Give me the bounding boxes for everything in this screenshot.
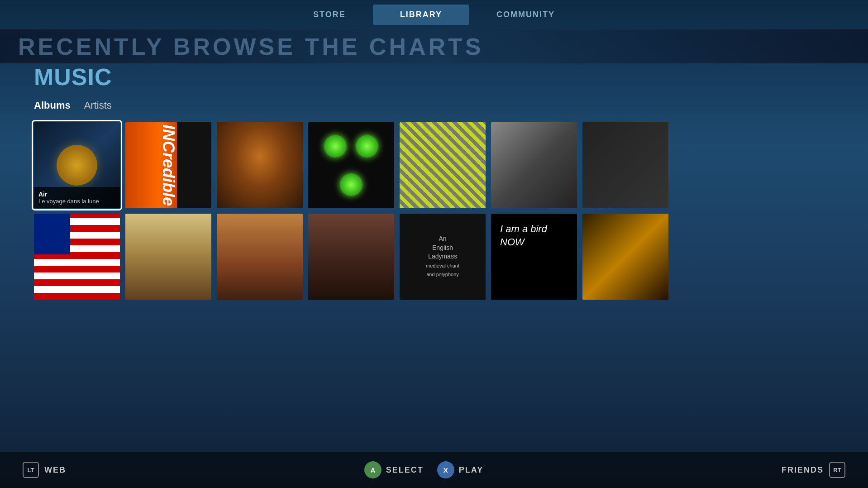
- album-art-dark-abstract: [582, 122, 668, 208]
- lt-button[interactable]: LT: [23, 462, 39, 478]
- content-tabs: Albums Artists: [34, 98, 868, 113]
- banner-text: RECENTLY BROWSE THE CHARTS: [0, 33, 502, 60]
- album-art-flag: [34, 214, 120, 300]
- album-band[interactable]: [217, 214, 303, 300]
- album-amadou[interactable]: [125, 214, 211, 300]
- album-bird[interactable]: I am a birdNOW: [491, 214, 577, 300]
- album-art-english: AnEnglishLadymassmedieval chantand polyp…: [400, 214, 486, 300]
- album-portrait-woman[interactable]: [308, 214, 394, 300]
- green-orb-1: [324, 135, 347, 158]
- album-art-amadou: [125, 214, 211, 300]
- rt-button[interactable]: RT: [829, 462, 845, 478]
- album-art-portrait-woman: [308, 214, 394, 300]
- english-text: AnEnglishLadymassmedieval chantand polyp…: [417, 225, 468, 288]
- album-incredible[interactable]: INCredible: [125, 122, 211, 208]
- album-bw-portrait[interactable]: [491, 122, 577, 208]
- album-artist-air: Air: [38, 191, 115, 198]
- album-dark-abstract[interactable]: [582, 122, 668, 208]
- album-art-bird: I am a birdNOW: [491, 214, 577, 300]
- bird-text: I am a birdNOW: [491, 214, 577, 258]
- nav-tab-store[interactable]: STORE: [286, 5, 373, 25]
- select-label: SELECT: [386, 465, 424, 475]
- bottom-bar: LT WEB A SELECT X PLAY FRIENDS RT: [0, 452, 868, 488]
- album-air[interactable]: Air Le voyage dans la lune: [34, 122, 120, 208]
- album-art-amber: [217, 122, 303, 208]
- tab-albums[interactable]: Albums: [34, 98, 71, 113]
- incredible-text: INCredible: [159, 124, 178, 206]
- bottom-right-controls: FRIENDS RT: [782, 462, 845, 478]
- play-control: X PLAY: [437, 461, 483, 478]
- top-navigation: STORE LIBRARY COMMUNITY: [0, 0, 868, 29]
- green-orb-3: [340, 173, 362, 196]
- web-label: WEB: [44, 465, 66, 475]
- album-amber[interactable]: [217, 122, 303, 208]
- page-title: MUSIC: [34, 63, 868, 91]
- album-label-air: Air Le voyage dans la lune: [34, 187, 120, 208]
- album-art-green-orbs: [308, 122, 394, 208]
- album-art-band: [217, 214, 303, 300]
- album-art-bw-portrait: [491, 122, 577, 208]
- album-psychedelic[interactable]: [400, 122, 486, 208]
- friends-label: FRIENDS: [782, 465, 824, 475]
- nav-tab-library[interactable]: LIBRARY: [373, 5, 469, 25]
- banner-area: RECENTLY BROWSE THE CHARTS: [0, 29, 868, 63]
- album-flag[interactable]: [34, 214, 120, 300]
- album-art-psychedelic: [400, 122, 486, 208]
- play-label: PLAY: [459, 465, 483, 475]
- green-orb-2: [356, 135, 378, 158]
- album-title-air: Le voyage dans la lune: [38, 198, 115, 205]
- album-grid: Air Le voyage dans la lune INCredible: [34, 122, 868, 300]
- select-control: A SELECT: [364, 461, 424, 478]
- a-button[interactable]: A: [364, 461, 382, 478]
- bottom-center-controls: A SELECT X PLAY: [364, 461, 483, 478]
- album-green-orbs[interactable]: [308, 122, 394, 208]
- album-art-dark-smile: [582, 214, 668, 300]
- nav-tab-community[interactable]: COMMUNITY: [469, 5, 582, 25]
- bottom-left-controls: LT WEB: [23, 462, 66, 478]
- album-english[interactable]: AnEnglishLadymassmedieval chantand polyp…: [400, 214, 486, 300]
- tab-artists[interactable]: Artists: [84, 98, 112, 113]
- album-art-incredible: INCredible: [125, 122, 211, 208]
- x-button[interactable]: X: [437, 461, 454, 478]
- album-dark-smile[interactable]: [582, 214, 668, 300]
- page-content: MUSIC Albums Artists Air Le voyage dans …: [34, 63, 868, 452]
